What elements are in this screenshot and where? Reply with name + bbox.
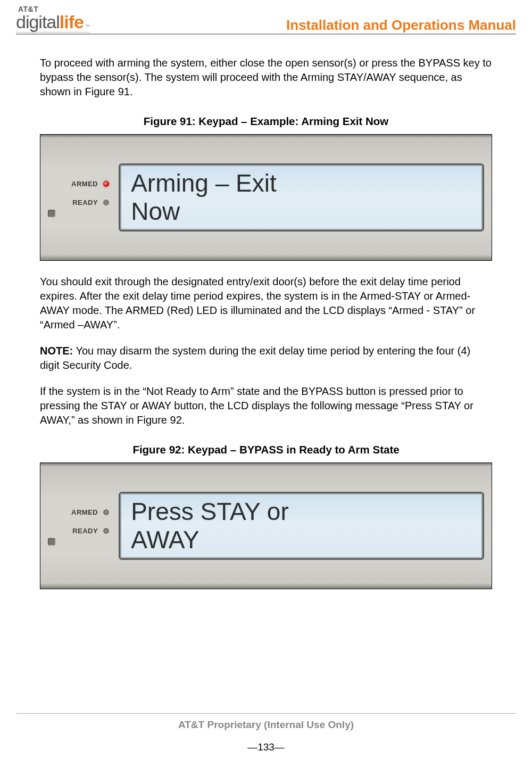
paragraph: You should exit through the designated e… <box>40 275 492 332</box>
ready-led-icon <box>103 200 109 205</box>
keypad-photo: ARMED READY Press STAY or AWAY <box>40 463 492 589</box>
logo-tm: ™ <box>85 24 90 29</box>
keypad-sensor-icon <box>48 210 55 217</box>
keypad-lcd: Arming – Exit Now <box>119 163 484 232</box>
armed-label: ARMED <box>71 508 98 516</box>
manual-title: Installation and Operations Manual <box>286 5 516 34</box>
figure-caption: Figure 91: Keypad – Example: Arming Exit… <box>40 115 492 128</box>
paragraph: To proceed with arming the system, eithe… <box>40 56 492 99</box>
note-text: You may disarm the system during the exi… <box>40 345 470 371</box>
att-digitallife-logo: AT&T digitallife™ <box>16 5 90 32</box>
keypad-sensor-icon <box>48 538 55 546</box>
page-content: To proceed with arming the system, eithe… <box>16 56 516 589</box>
logo-life-text: life <box>60 13 84 31</box>
armed-led-icon <box>103 181 109 187</box>
paragraph: If the system is in the “Not Ready to Ar… <box>40 384 492 427</box>
page-header: AT&T digitallife™ Installation and Opera… <box>16 5 516 35</box>
ready-label: READY <box>72 527 98 535</box>
figure-caption: Figure 92: Keypad – BYPASS in Ready to A… <box>40 443 492 456</box>
page-number: —133— <box>16 741 516 753</box>
lcd-text: Arming – Exit Now <box>131 169 472 226</box>
keypad-lcd: Press STAY or AWAY <box>119 492 484 560</box>
armed-label: ARMED <box>71 180 98 188</box>
note-paragraph: NOTE: You may disarm the system during t… <box>40 344 492 373</box>
armed-led-icon <box>103 509 109 515</box>
ready-label: READY <box>72 199 98 207</box>
ready-led-icon <box>103 528 109 534</box>
logo-digital-text: digital <box>16 13 60 31</box>
lcd-text: Press STAY or AWAY <box>131 498 472 554</box>
proprietary-notice: AT&T Proprietary (Internal Use Only) <box>16 719 516 731</box>
page-footer: AT&T Proprietary (Internal Use Only) —13… <box>16 713 516 753</box>
note-label: NOTE: <box>40 345 73 357</box>
keypad-photo: ARMED READY Arming – Exit Now <box>40 134 492 261</box>
